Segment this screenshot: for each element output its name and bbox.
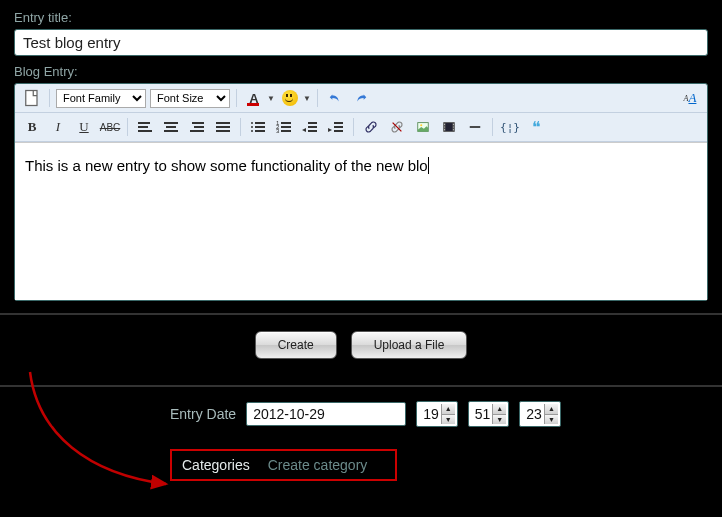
- svg-point-11: [453, 126, 454, 127]
- rich-text-editor: Font Family Font Size A ▼ ▼ AA B I U ABC: [14, 83, 708, 301]
- hour-spinner[interactable]: 19 ▲▼: [416, 401, 458, 427]
- insert-link-button[interactable]: [360, 117, 382, 137]
- create-category-link[interactable]: Create category: [268, 457, 368, 473]
- svg-point-7: [444, 124, 445, 125]
- text-color-button[interactable]: A: [243, 88, 265, 108]
- second-value: 23: [526, 406, 542, 422]
- editor-body[interactable]: This is a new entry to show some functio…: [15, 142, 707, 300]
- second-spinner[interactable]: 23 ▲▼: [519, 401, 561, 427]
- outdent-button[interactable]: ◂: [299, 117, 321, 137]
- align-right-button[interactable]: [186, 117, 208, 137]
- blockquote-button[interactable]: ❝: [525, 117, 547, 137]
- minute-up-button[interactable]: ▲: [493, 404, 506, 414]
- minute-down-button[interactable]: ▼: [493, 414, 506, 424]
- minute-spinner[interactable]: 51 ▲▼: [468, 401, 510, 427]
- ordered-list-button[interactable]: 123: [273, 117, 295, 137]
- svg-point-8: [444, 126, 445, 127]
- entry-date-label: Entry Date: [170, 406, 236, 422]
- svg-point-3: [420, 124, 422, 126]
- strikethrough-button[interactable]: ABC: [99, 117, 121, 137]
- align-justify-button[interactable]: [212, 117, 234, 137]
- svg-rect-0: [26, 91, 37, 106]
- text-cursor-icon: [428, 157, 429, 174]
- upload-file-button[interactable]: Upload a File: [351, 331, 468, 359]
- emoticon-button[interactable]: [279, 88, 301, 108]
- indent-button[interactable]: ▸: [325, 117, 347, 137]
- categories-label: Categories: [182, 457, 250, 473]
- entry-title-input[interactable]: [14, 29, 708, 56]
- underline-button[interactable]: U: [73, 117, 95, 137]
- insert-media-button[interactable]: [438, 117, 460, 137]
- insert-image-button[interactable]: [412, 117, 434, 137]
- code-button[interactable]: {¦}: [499, 117, 521, 137]
- blog-entry-label: Blog Entry:: [14, 64, 708, 79]
- svg-point-10: [453, 124, 454, 125]
- entry-date-input[interactable]: [246, 402, 406, 426]
- entry-title-label: Entry title:: [14, 10, 708, 25]
- italic-button[interactable]: I: [47, 117, 69, 137]
- new-document-button[interactable]: [21, 88, 43, 108]
- hour-down-button[interactable]: ▼: [442, 414, 455, 424]
- unordered-list-button[interactable]: [247, 117, 269, 137]
- font-family-select[interactable]: Font Family: [56, 89, 146, 108]
- hour-value: 19: [423, 406, 439, 422]
- editor-content-text: This is a new entry to show some functio…: [25, 157, 428, 174]
- redo-button[interactable]: [350, 88, 372, 108]
- bold-button[interactable]: B: [21, 117, 43, 137]
- svg-point-12: [453, 129, 454, 130]
- align-center-button[interactable]: [160, 117, 182, 137]
- emoticon-dropdown-icon[interactable]: ▼: [303, 94, 311, 103]
- minute-value: 51: [475, 406, 491, 422]
- create-button[interactable]: Create: [255, 331, 337, 359]
- align-left-button[interactable]: [134, 117, 156, 137]
- categories-highlight-box: Categories Create category: [170, 449, 397, 481]
- font-size-select[interactable]: Font Size: [150, 89, 230, 108]
- remove-link-button[interactable]: [386, 117, 408, 137]
- undo-button[interactable]: [324, 88, 346, 108]
- svg-point-9: [444, 129, 445, 130]
- footnote-button[interactable]: AA: [679, 88, 701, 108]
- second-down-button[interactable]: ▼: [545, 414, 558, 424]
- hour-up-button[interactable]: ▲: [442, 404, 455, 414]
- second-up-button[interactable]: ▲: [545, 404, 558, 414]
- text-color-dropdown-icon[interactable]: ▼: [267, 94, 275, 103]
- horizontal-rule-button[interactable]: [464, 117, 486, 137]
